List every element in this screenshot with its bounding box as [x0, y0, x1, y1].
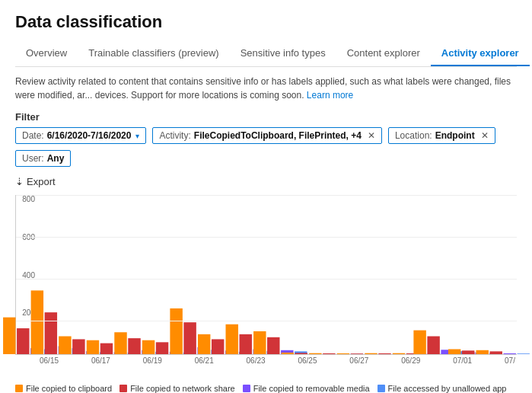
- svg-rect-60: [413, 331, 425, 354]
- filter-label: Filter: [15, 111, 517, 123]
- tab-overview[interactable]: Overview: [15, 41, 78, 66]
- x-label-0623: 06/23: [247, 356, 266, 365]
- svg-rect-41: [295, 353, 307, 354]
- legend-color-unallowed: [377, 385, 385, 392]
- svg-rect-4: [31, 290, 43, 354]
- legend-color-removable: [243, 385, 250, 392]
- legend-item-3: File accessed by unallowed app: [377, 384, 507, 393]
- x-label-0627: 06/27: [349, 356, 368, 365]
- legend-item-1: File copied to network share: [119, 384, 235, 393]
- svg-rect-9: [72, 339, 84, 354]
- legend-label-network: File copied to network share: [130, 384, 235, 393]
- filter-activity-key: Activity:: [159, 130, 190, 141]
- learn-more-link[interactable]: Learn more: [307, 90, 353, 101]
- legend-item-0: File copied to clipboard: [15, 384, 112, 393]
- legend-color-clipboard: [15, 385, 23, 392]
- filter-bar: Date: 6/16/2020-7/16/2020 ▾ Activity: Fi…: [15, 127, 517, 167]
- svg-rect-45: [323, 353, 335, 354]
- svg-rect-36: [253, 331, 266, 354]
- svg-rect-5: [45, 312, 57, 354]
- svg-rect-17: [128, 338, 140, 354]
- bar-chart: [16, 195, 517, 354]
- x-label-0619: 06/19: [143, 356, 162, 365]
- export-label: Export: [27, 176, 56, 187]
- filter-location[interactable]: Location: Endpoint ✕: [388, 127, 495, 144]
- filter-activity-value: FileCopiedToClipboard, FilePrinted, +4: [194, 130, 362, 141]
- legend-item-2: File copied to removable media: [243, 384, 370, 393]
- svg-rect-12: [87, 340, 99, 354]
- svg-rect-37: [267, 337, 279, 354]
- tab-bar: Overview Trainable classifiers (preview)…: [15, 41, 517, 67]
- svg-rect-20: [142, 340, 155, 354]
- tab-activity[interactable]: Activity explorer: [431, 41, 530, 66]
- description-text: Review activity related to content that …: [15, 75, 517, 102]
- svg-rect-53: [378, 353, 390, 354]
- svg-rect-8: [59, 336, 71, 354]
- filter-date[interactable]: Date: 6/16/2020-7/16/2020 ▾: [15, 127, 146, 144]
- close-icon-location[interactable]: ✕: [481, 130, 489, 141]
- download-icon: ⇣: [15, 176, 24, 187]
- page-title: Data classification: [15, 12, 517, 32]
- legend-color-network: [119, 385, 127, 392]
- svg-rect-40: [282, 353, 294, 354]
- svg-rect-71: [503, 353, 515, 354]
- svg-rect-28: [198, 334, 210, 354]
- chart-area: 800 600 400 200 0 06/15 06/17 06/19 06/2…: [15, 195, 517, 378]
- legend-label-clipboard: File copied to clipboard: [26, 384, 112, 393]
- tab-content[interactable]: Content explorer: [336, 41, 431, 66]
- filter-user-value: Any: [47, 153, 65, 164]
- filter-date-key: Date:: [22, 130, 44, 141]
- svg-rect-0: [3, 318, 15, 354]
- svg-rect-70: [490, 351, 502, 354]
- x-label-0615: 06/15: [40, 356, 59, 365]
- chevron-down-icon: ▾: [135, 132, 139, 140]
- svg-rect-21: [156, 342, 168, 354]
- page-container: Data classification Overview Trainable c…: [0, 0, 532, 393]
- close-icon[interactable]: ✕: [368, 130, 375, 141]
- chart-legend: File copied to clipboard File copied to …: [15, 384, 517, 393]
- svg-rect-1: [17, 328, 29, 354]
- x-label-0625: 06/25: [298, 356, 317, 365]
- filter-activity[interactable]: Activity: FileCopiedToClipboard, FilePri…: [152, 127, 381, 144]
- svg-rect-44: [309, 353, 321, 354]
- legend-label-removable: File copied to removable media: [253, 384, 370, 393]
- svg-rect-48: [337, 353, 349, 354]
- x-label-07: 07/: [505, 356, 515, 365]
- filter-date-value: 6/16/2020-7/16/2020: [47, 130, 132, 141]
- filter-location-key: Location:: [395, 130, 432, 141]
- x-label-0629: 06/29: [401, 356, 420, 365]
- x-axis: 06/15 06/17 06/19 06/21 06/23 06/25 06/2…: [38, 356, 517, 365]
- filter-user[interactable]: User: Any: [15, 150, 71, 167]
- svg-rect-56: [393, 353, 405, 354]
- svg-rect-69: [476, 350, 489, 354]
- svg-rect-65: [448, 349, 460, 354]
- svg-rect-66: [462, 350, 474, 354]
- svg-rect-16: [114, 332, 126, 354]
- x-label-0621: 06/21: [195, 356, 214, 365]
- filter-location-value: Endpoint: [435, 130, 475, 141]
- svg-rect-52: [365, 353, 377, 354]
- svg-rect-61: [427, 336, 439, 354]
- x-label-0701: 07/01: [453, 356, 472, 365]
- svg-rect-72: [517, 353, 529, 354]
- svg-rect-25: [183, 322, 196, 354]
- svg-rect-13: [100, 343, 113, 354]
- tab-sensitive[interactable]: Sensitive info types: [230, 41, 336, 66]
- filter-user-key: User:: [22, 153, 44, 164]
- svg-rect-24: [170, 308, 182, 354]
- svg-rect-33: [240, 334, 252, 354]
- svg-rect-49: [351, 353, 363, 354]
- x-label-0617: 06/17: [91, 356, 110, 365]
- export-button[interactable]: ⇣ Export: [15, 176, 56, 187]
- svg-rect-32: [226, 324, 238, 354]
- tab-trainable[interactable]: Trainable classifiers (preview): [78, 41, 229, 66]
- svg-rect-29: [212, 339, 224, 354]
- legend-label-unallowed: File accessed by unallowed app: [388, 384, 507, 393]
